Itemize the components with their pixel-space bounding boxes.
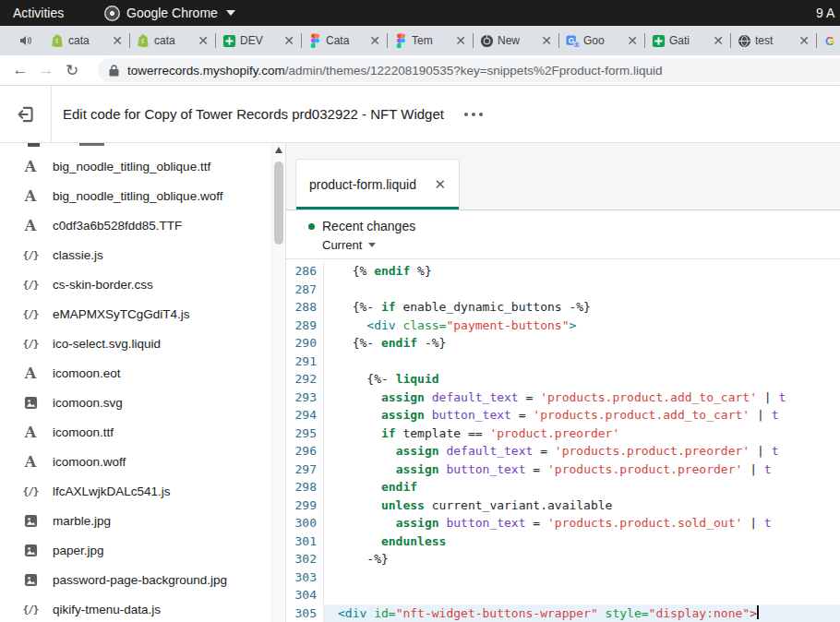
line-number: 287 [286,281,324,299]
tab-close-icon[interactable]: ✕ [798,34,810,47]
code-line[interactable]: 297 assign button_text = 'products.produ… [286,461,840,479]
file-item[interactable]: {/}cs-skin-border.css [0,269,285,299]
file-item[interactable]: marble.jpg [0,506,285,535]
file-item[interactable]: Abig_noodle_titling_oblique.woff [0,181,285,210]
google-icon: G [822,33,837,48]
app-menu-button[interactable]: Google Chrome [104,6,235,21]
file-name: classie.js [53,248,103,262]
browser-tab-list: cata✕cata✕DEV✕Cata✕Tem✕New✕G文Goo✕Gati✕te… [43,26,840,55]
file-item[interactable]: Abig_noodle_titling_oblique.ttf [0,151,285,181]
reload-button[interactable]: ↻ [59,61,85,80]
editor-file-tab[interactable]: product-form.liquid ✕ [295,159,460,209]
code-line[interactable]: 305<div id="nft-widget-buttons-wrapper" … [286,604,840,622]
file-name: icomoon.ttf [53,425,114,439]
browser-tab[interactable]: G文Goo✕ [558,26,644,55]
code-line[interactable]: 300 assign button_text = 'products.produ… [286,514,840,532]
more-actions-button[interactable] [464,113,483,116]
browser-tab[interactable]: G [816,26,840,55]
file-item[interactable]: {/}ico-select.svg.liquid [0,329,285,358]
browser-tab[interactable]: cata✕ [43,26,129,55]
browser-tab[interactable]: New✕ [473,26,558,55]
sidebar-scrollbar[interactable] [271,143,285,622]
browser-tab[interactable]: Cata✕ [301,26,387,55]
code-line-content [324,281,840,299]
system-clock: 9 A [816,6,840,20]
address-bar[interactable]: towerrecords.myshopify.com/admin/themes/… [98,58,840,82]
url-path: /admin/themes/122208190535?key=snippets%… [285,64,663,78]
code-file-icon: {/} [20,308,41,320]
file-item[interactable]: password-page-background.jpg [0,565,285,594]
code-file-icon: {/} [20,279,41,291]
code-line[interactable]: 292 {%- liquid [286,370,840,389]
tab-close-icon[interactable]: ✕ [198,34,209,47]
browser-tab[interactable]: Tem✕ [387,26,473,55]
image-file-icon [20,544,41,557]
code-line[interactable]: 287 [286,281,840,299]
file-item[interactable]: {/}qikify-tmenu-data.js [0,594,285,622]
code-line[interactable]: 301 endunless [286,532,840,551]
file-item[interactable]: Aicomoon.eot [0,358,285,388]
browser-tab[interactable]: cata✕ [129,26,215,55]
code-line[interactable]: 291 [286,353,840,371]
code-line[interactable]: 290 {%- endif -%} [286,334,840,353]
admin-header: Edit code for Copy of Tower Records prd0… [0,86,840,143]
code-file-icon: {/} [20,338,41,350]
tab-close-icon[interactable]: ✕ [713,34,724,47]
tab-close-icon[interactable]: ✕ [455,34,466,47]
browser-tab[interactable]: DEV✕ [215,26,301,55]
code-line[interactable]: 298 endif [286,478,840,496]
tab-close-icon[interactable]: ✕ [369,34,380,47]
code-line[interactable]: 296 assign default_text = 'products.prod… [286,442,840,461]
tab-close-icon[interactable]: ✕ [627,34,638,47]
tab-close-icon[interactable]: ✕ [434,176,446,193]
code-line[interactable]: 294 assign button_text = 'products.produ… [286,406,840,425]
file-name: big_noodle_titling_oblique.woff [53,189,222,203]
back-button[interactable]: ← [7,61,33,79]
file-item[interactable]: icomoon.svg [0,388,285,417]
code-line-content [324,568,840,587]
text-cursor [757,605,759,619]
code-line[interactable]: 288 {%- if enable_dynamic_buttons -%} [286,298,840,317]
browser-tab-title: cata [154,34,194,47]
code-line[interactable]: 295 if template == 'product.preorder' [286,425,840,443]
recent-changes-panel: Recent changes Current [286,210,840,259]
code-line[interactable]: 302 -%} [286,550,840,568]
scroll-up-icon[interactable] [275,147,282,153]
scrollbar-thumb[interactable] [274,161,283,245]
file-item[interactable]: Aicomoon.ttf [0,417,285,447]
code-line[interactable]: 303 [286,568,840,587]
code-editor[interactable]: 286 {% endif %}287 288 {%- if enable_dyn… [286,259,840,622]
code-line[interactable]: 304 [286,586,840,604]
line-number: 305 [286,604,324,622]
line-number: 286 [286,262,324,281]
file-item[interactable]: paper.jpg [0,535,285,565]
code-line-content [324,353,840,371]
shopify-icon [136,33,150,48]
tab-close-icon[interactable]: ✕ [112,34,123,47]
line-number: 294 [286,406,324,425]
tab-close-icon[interactable]: ✕ [283,34,294,47]
file-name: paper.jpg [53,544,104,557]
code-line-content: assign default_text = 'products.product.… [324,389,840,407]
file-item[interactable]: {/}lfcAXLwjkDALc541.js [0,476,285,506]
forward-button[interactable]: → [33,61,59,79]
file-item[interactable]: Ac0df3a6b528fdd85.TTF [0,210,285,240]
browser-tab[interactable]: test✕ [730,26,816,55]
file-item[interactable]: {/}eMAPMXSyTCgGdiT4.js [0,299,285,329]
file-item[interactable]: Aicomoon.woff [0,447,285,476]
exit-code-editor-button[interactable] [16,104,36,125]
code-line-content: <div class="payment-buttons"> [324,317,840,335]
file-item[interactable]: {/}classie.js [0,240,285,269]
activities-button[interactable]: Activities [0,0,77,26]
code-line[interactable]: 299 unless current_variant.available [286,496,840,515]
version-dropdown[interactable]: Current [322,238,840,252]
tab-close-icon[interactable]: ✕ [541,34,552,47]
speaker-icon [18,33,33,48]
code-line[interactable]: 289 <div class="payment-buttons"> [286,317,840,335]
line-number: 303 [286,568,324,587]
browser-tab[interactable]: Gati✕ [644,26,730,55]
code-line[interactable]: 293 assign default_text = 'products.prod… [286,389,840,407]
file-list: Abig_noodle_titling_oblique.ttfAbig_nood… [0,143,285,622]
code-line-content: {%- if enable_dynamic_buttons -%} [324,298,840,317]
code-line[interactable]: 286 {% endif %} [286,262,840,281]
